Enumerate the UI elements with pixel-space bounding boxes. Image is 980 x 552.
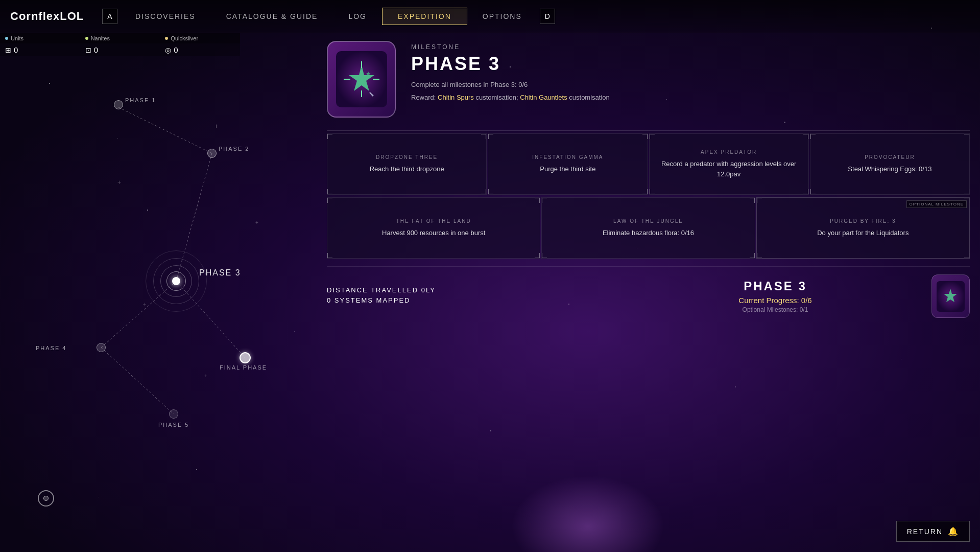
systems-label: SYSTEMS MAPPED <box>334 296 411 304</box>
corner-br <box>642 189 648 194</box>
tab-discoveries[interactable]: DISCOVERIES <box>120 8 211 25</box>
phase-summary-optional: Optional Milestones: 0/1 <box>629 306 921 313</box>
corner-tr <box>535 198 540 203</box>
corner-bl <box>542 253 547 258</box>
star-plus-2: + <box>117 179 121 186</box>
nav-controls: A DISCOVERIES CATALOGUE & GUIDE LOG EXPE… <box>102 8 555 25</box>
milestone-title: PHASE 3 <box>411 53 970 75</box>
corner-tr <box>803 134 808 139</box>
tab-options[interactable]: OPTIONS <box>467 8 537 25</box>
return-icon: 🔔 <box>948 526 959 536</box>
card-title-predator: APEX PREDATOR <box>656 149 802 155</box>
corner-br <box>535 253 540 258</box>
nanites-label: Nanites <box>80 33 160 43</box>
card-title-purged: PURGED BY FIRE: 3 <box>763 218 963 224</box>
corner-bl <box>757 253 762 258</box>
phase2-label: PHASE 2 <box>219 146 249 152</box>
return-label: RETURN <box>907 527 943 536</box>
star-plus-3: + <box>255 220 258 225</box>
divider-2 <box>327 196 970 196</box>
return-button[interactable]: RETURN 🔔 <box>896 521 970 542</box>
milestone-badge <box>327 41 396 118</box>
corner-tl <box>650 134 655 139</box>
final-phase-label: FINAL PHASE <box>220 364 267 371</box>
quicksilver-value: ◎ 0 <box>160 43 240 56</box>
milestones-row1: DROPZONE THREE Reach the third dropzone … <box>327 133 970 195</box>
reward-1-suffix: customisation; <box>474 94 520 101</box>
milestones-row2: THE FAT OF THE LAND Harvest 900 resource… <box>327 197 970 259</box>
corner-tr <box>750 198 755 203</box>
star-plus-4: + <box>143 302 146 307</box>
card-desc-purged: Do your part for the Liquidators <box>763 228 963 238</box>
currency-bar: Units Nanites Quicksilver ⊞ 0 ⊡ 0 ◎ 0 <box>0 33 240 56</box>
phase1-label: PHASE 1 <box>125 97 156 103</box>
corner-tl <box>327 198 332 203</box>
nanites-icon: ⊡ <box>85 46 91 54</box>
phase4-label: PHASE 4 <box>36 345 66 351</box>
star-plus-5: + <box>204 373 207 379</box>
milestone-card-purged[interactable]: OPTIONAL MILESTONE PURGED BY FIRE: 3 Do … <box>756 197 970 259</box>
milestone-card-provocateur[interactable]: PROVOCATEUR Steal Whispering Eggs: 0/13 <box>810 133 970 195</box>
corner-tr <box>642 134 648 139</box>
phase3-label: PHASE 3 <box>199 268 241 278</box>
phase-summary: PHASE 3 Current Progress: 0/6 Optional M… <box>629 279 921 313</box>
systems-stat: 0 SYSTEMS MAPPED <box>327 296 619 304</box>
svg-line-0 <box>118 107 212 153</box>
nanites-dot <box>85 37 88 40</box>
milestone-card-jungle[interactable]: LAW OF THE JUNGLE Eliminate hazardous fl… <box>541 197 755 259</box>
nav-right-button[interactable]: D <box>540 9 555 24</box>
milestone-card-fat-land[interactable]: THE FAT OF THE LAND Harvest 900 resource… <box>327 197 540 259</box>
currency-labels: Units Nanites Quicksilver <box>0 33 240 43</box>
corner-br <box>803 189 808 194</box>
card-title-provocateur: PROVOCATEUR <box>817 154 963 160</box>
phase-summary-progress: Current Progress: 0/6 <box>629 296 921 305</box>
milestone-card-predator[interactable]: APEX PREDATOR Record a predator with agg… <box>649 133 809 195</box>
corner-br <box>964 253 969 258</box>
corner-tl <box>488 134 493 139</box>
card-title-fat-land: THE FAT OF THE LAND <box>333 218 534 224</box>
svg-line-3 <box>101 348 174 414</box>
units-label: Units <box>0 33 80 43</box>
quicksilver-dot <box>165 37 168 40</box>
units-icon: ⊞ <box>5 46 11 54</box>
reward-prefix: Reward: <box>411 94 438 101</box>
card-desc-predator: Record a predator with aggression levels… <box>656 159 802 179</box>
milestone-header: MILESTONE PHASE 3 Complete all milestone… <box>327 41 970 118</box>
card-desc-provocateur: Steal Whispering Eggs: 0/13 <box>817 164 963 174</box>
phase-summary-title: PHASE 3 <box>629 279 921 293</box>
star-map: PHASE 1 PHASE 2 PHASE 3 PHASE 4 FINAL PH… <box>0 56 317 532</box>
units-value: ⊞ 0 <box>0 43 80 56</box>
corner-bl <box>810 189 816 194</box>
reward-2-suffix: customisation <box>567 94 610 101</box>
tab-catalogue[interactable]: CATALOGUE & GUIDE <box>211 8 333 25</box>
corner-bl <box>650 189 655 194</box>
corner-tl <box>757 198 762 203</box>
corner-tl <box>810 134 816 139</box>
corner-bl <box>327 189 332 194</box>
quicksilver-icon: ◎ <box>165 46 171 54</box>
nanites-value: ⊡ 0 <box>80 43 160 56</box>
card-desc-fat-land: Harvest 900 resources in one burst <box>333 228 534 238</box>
milestone-card-infestation[interactable]: INFESTATION GAMMA Purge the third site <box>488 133 648 195</box>
milestone-progress-text: Complete all milestones in Phase 3: 0/6 <box>411 81 970 88</box>
distance-label: DISTANCE TRAVELLED <box>327 286 418 294</box>
reward-2: Chitin Gauntlets <box>520 94 567 101</box>
bottom-stats: DISTANCE TRAVELLED 0ly 0 SYSTEMS MAPPED … <box>327 266 970 318</box>
card-desc-infestation: Purge the third site <box>494 164 641 174</box>
corner-tl <box>327 134 332 139</box>
tab-expedition[interactable]: EXPEDITION <box>382 8 467 25</box>
card-title-dropzone: DROPZONE THREE <box>333 154 480 160</box>
optional-value: 0/1 <box>800 306 808 313</box>
badge-artwork <box>336 51 387 107</box>
corner-br <box>481 189 486 194</box>
corner-tr <box>481 134 486 139</box>
milestone-card-dropzone[interactable]: DROPZONE THREE Reach the third dropzone <box>327 133 487 195</box>
tab-log[interactable]: LOG <box>333 8 382 25</box>
optional-badge: OPTIONAL MILESTONE <box>906 200 967 208</box>
corner-tl <box>542 198 547 203</box>
divider-1 <box>327 130 970 131</box>
phase5-label: PHASE 5 <box>158 422 189 428</box>
nav-left-button[interactable]: A <box>102 9 117 24</box>
corner-tr <box>964 134 969 139</box>
right-panel: MILESTONE PHASE 3 Complete all milestone… <box>327 41 970 542</box>
